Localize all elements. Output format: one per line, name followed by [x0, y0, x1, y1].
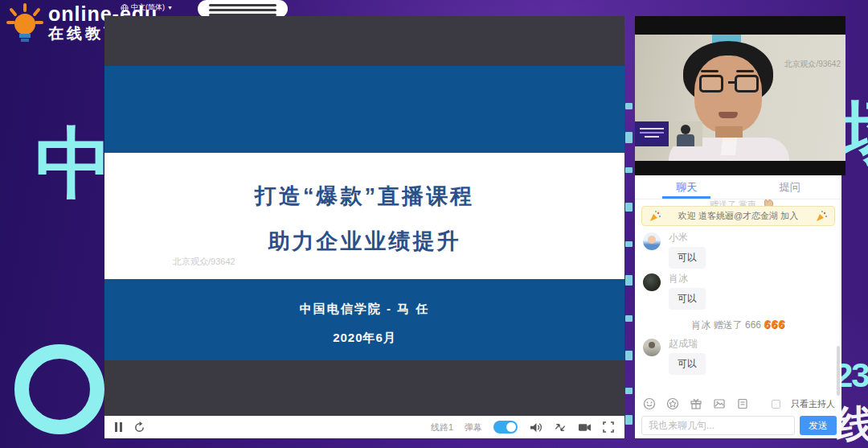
- chat-message-list[interactable]: …赠送了 掌声 欢迎 道客姚逦@才恋金湖 加入: [635, 199, 841, 394]
- slide-player: 打造“爆款”直播课程 助力企业业绩提升 北京观众/93642 中国电信学院 - …: [104, 16, 624, 438]
- slide-top-band: [104, 66, 624, 153]
- message-text: 可以: [669, 247, 706, 269]
- chat-input[interactable]: [641, 416, 795, 435]
- gift-button[interactable]: [690, 397, 702, 410]
- pip-thumbnails[interactable]: [635, 121, 702, 146]
- ticker-mark: [625, 315, 633, 322]
- ticker-mark: [625, 167, 633, 173]
- volume-button[interactable]: [529, 421, 542, 434]
- message-text: 可以: [669, 353, 706, 375]
- video-watermark: 北京观众/93642: [784, 59, 841, 70]
- live-classroom-page: online-edu 在线教育 中文(简体) ▼ 中 场 23 线 打造“爆款”…: [0, 0, 868, 448]
- slide-footer-band: 中国电信学院 - 马 任 2020年6月: [104, 279, 624, 360]
- backdrop-char-left: 中: [35, 113, 113, 217]
- pip-camera-thumbnail[interactable]: [669, 121, 702, 146]
- message-text: 可以: [669, 288, 706, 310]
- network-signal-button[interactable]: [554, 421, 567, 434]
- slide-title-area: 打造“爆款”直播课程 助力企业业绩提升 北京观众/93642: [104, 153, 624, 279]
- line-selector[interactable]: 线路1: [431, 421, 453, 434]
- caret-down-icon: ▼: [167, 5, 173, 10]
- message-author: 小米: [669, 231, 832, 244]
- slide-org-line: 中国电信学院 - 马 任: [104, 279, 624, 317]
- message-author: 赵成瑞: [669, 337, 832, 350]
- presenter-video[interactable]: 北京观众/93642: [635, 16, 845, 175]
- partner-logo: [198, 0, 288, 18]
- chat-input-row: 发送: [641, 416, 837, 435]
- presenter-video-frame: 北京观众/93642: [635, 35, 845, 161]
- ticker-mark: [625, 275, 633, 286]
- tab-question[interactable]: 提问: [739, 175, 842, 199]
- ticker-mark: [625, 415, 633, 425]
- avatar: [643, 232, 661, 250]
- emoji-button[interactable]: [643, 397, 656, 410]
- danmu-toggle[interactable]: [493, 421, 518, 434]
- ticker-mark: [625, 241, 633, 247]
- welcome-banner-text: 欢迎 道客姚逦@才恋金湖 加入: [678, 210, 798, 222]
- ticker-mark: [625, 132, 633, 143]
- chat-message: 赵成瑞 可以: [635, 334, 841, 375]
- chat-toolbar: 只看主持人: [643, 394, 835, 413]
- chat-message: 肖冰 可以: [635, 269, 841, 310]
- chat-tabs: 聊天 提问: [635, 175, 841, 199]
- slide-title-line1: 打造“爆款”直播课程: [104, 153, 624, 211]
- player-letterbox-top: [104, 16, 624, 66]
- only-host-checkbox[interactable]: [772, 400, 780, 409]
- lightbulb-icon: [6, 3, 43, 48]
- tab-chat[interactable]: 聊天: [635, 175, 739, 199]
- party-popper-icon: [649, 210, 661, 223]
- chat-message: 小米 可以: [635, 228, 841, 269]
- ticker-mark: [625, 351, 633, 360]
- fullscreen-button[interactable]: [603, 421, 614, 433]
- ticker-mark: [625, 388, 633, 394]
- chat-panel: 聊天 提问 …赠送了 掌声 欢迎 道客姚逦@才恋金湖 加入: [635, 175, 841, 438]
- pause-button[interactable]: [115, 422, 122, 432]
- player-letterbox-bottom: [104, 360, 624, 416]
- only-host-label: 只看主持人: [791, 398, 835, 410]
- pip-slide-thumbnail[interactable]: [635, 121, 669, 146]
- slide-watermark: 北京观众/93642: [173, 256, 235, 268]
- gift-666-badge: 666: [764, 318, 784, 331]
- chat-scrollbar[interactable]: [837, 346, 840, 396]
- slide-title-line2: 助力企业业绩提升: [104, 211, 624, 256]
- welcome-banner: 欢迎 道客姚逦@才恋金湖 加入: [641, 206, 835, 226]
- active-tab-underline: [662, 196, 710, 199]
- gift-notification: 肖冰 赠送了 666 666: [635, 318, 841, 332]
- reward-button[interactable]: [666, 397, 679, 410]
- avatar: [643, 273, 661, 291]
- danmu-label: 弹幕: [465, 421, 482, 434]
- ticker-mark: [625, 203, 633, 212]
- backdrop-ring: [14, 344, 104, 434]
- language-label: 中文(简体): [131, 2, 165, 13]
- globe-icon: [121, 4, 129, 12]
- avatar: [643, 339, 661, 356]
- slide-date-line: 2020年6月: [104, 317, 624, 346]
- message-author: 肖冰: [669, 272, 832, 285]
- ticker-mark: [625, 103, 633, 109]
- notes-button[interactable]: [736, 397, 749, 410]
- glasses: [699, 75, 723, 92]
- send-button[interactable]: 发送: [800, 416, 837, 435]
- language-selector[interactable]: 中文(简体) ▼: [121, 2, 173, 13]
- image-button[interactable]: [713, 397, 726, 410]
- party-popper-icon: [815, 210, 828, 223]
- camera-button[interactable]: [578, 422, 592, 433]
- refresh-button[interactable]: [133, 421, 145, 434]
- player-control-bar: 线路1 弹幕: [104, 416, 624, 438]
